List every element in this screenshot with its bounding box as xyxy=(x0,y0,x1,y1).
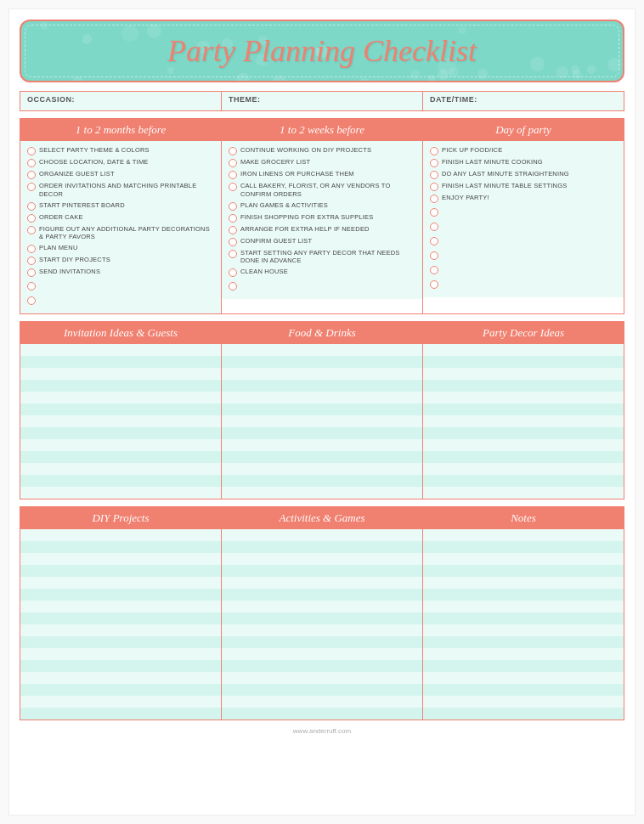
stripe-row xyxy=(20,612,221,624)
check-circle[interactable] xyxy=(27,226,36,234)
stripe-row xyxy=(20,601,221,612)
check-circle[interactable] xyxy=(229,268,237,277)
check-circle-empty[interactable] xyxy=(430,237,438,246)
stripe-row xyxy=(423,463,624,475)
check-text: PLAN GAMES & ACTIVITIES xyxy=(240,201,328,210)
check-item: FINISH LAST MINUTE COOKING xyxy=(430,158,617,167)
section-box: Invitation Ideas & Guests xyxy=(20,322,222,499)
stripe-row xyxy=(222,404,422,415)
check-circle[interactable] xyxy=(27,171,36,179)
check-circle[interactable] xyxy=(229,214,237,223)
header-banner: Party Planning Checklist xyxy=(20,20,624,82)
stripe-row xyxy=(222,463,422,475)
info-row: OCCASION: THEME: DATE/TIME: xyxy=(20,91,624,111)
check-item: FINISH LAST MINUTE TABLE SETTINGS xyxy=(430,182,617,191)
check-empty xyxy=(430,234,617,246)
section-header: Food & Drinks xyxy=(222,322,422,344)
check-circle-empty[interactable] xyxy=(229,282,237,291)
check-circle-empty[interactable] xyxy=(430,280,438,289)
section-body xyxy=(222,344,422,499)
check-text: CALL BAKERY, FLORIST, OR ANY VENDORS TO … xyxy=(240,182,415,199)
stripe-row xyxy=(20,404,221,415)
stripe-row xyxy=(423,529,624,541)
stripe-row xyxy=(423,660,624,672)
check-item: CLEAN HOUSE xyxy=(229,268,415,277)
check-circle[interactable] xyxy=(27,257,36,265)
stripe-row xyxy=(222,577,422,589)
stripe-row xyxy=(20,696,221,708)
check-item: MAKE GROCERY LIST xyxy=(229,158,415,167)
stripe-row xyxy=(423,439,624,451)
col-months: 1 to 2 months before SELECT PARTY THEME … xyxy=(20,119,222,313)
check-circle[interactable] xyxy=(229,238,237,246)
stripe-row xyxy=(20,463,221,475)
check-text: FINISH SHOPPING FOR EXTRA SUPPLIES xyxy=(240,213,373,222)
stripe-row xyxy=(423,672,624,684)
stripe-row xyxy=(222,708,422,720)
check-circle[interactable] xyxy=(27,202,36,211)
check-text: PLAN MENU xyxy=(39,244,78,252)
check-item: START PINTEREST BOARD xyxy=(27,201,214,211)
stripe-row xyxy=(20,427,221,439)
datetime-cell: DATE/TIME: xyxy=(422,91,624,111)
stripe-row xyxy=(20,439,221,451)
check-circle[interactable] xyxy=(430,183,438,191)
check-circle[interactable] xyxy=(229,226,237,234)
check-empty xyxy=(229,279,415,291)
stripe-row xyxy=(423,415,624,427)
check-circle[interactable] xyxy=(229,202,237,211)
check-circle[interactable] xyxy=(229,183,237,191)
check-circle[interactable] xyxy=(27,159,36,167)
check-item: FINISH SHOPPING FOR EXTRA SUPPLIES xyxy=(229,213,415,223)
stripe-row xyxy=(222,439,422,451)
check-circle[interactable] xyxy=(27,147,36,155)
stripe-row xyxy=(20,451,221,463)
check-item: PLAN GAMES & ACTIVITIES xyxy=(229,201,415,211)
stripe-row xyxy=(20,356,221,368)
check-circle-empty[interactable] xyxy=(27,282,36,291)
section-body xyxy=(222,529,422,720)
check-circle[interactable] xyxy=(229,250,237,258)
col-dayof: Day of party PICK UP FOOD/ICEFINISH LAST… xyxy=(423,119,624,313)
check-circle[interactable] xyxy=(430,195,438,203)
check-circle-empty[interactable] xyxy=(430,208,438,217)
stripe-row xyxy=(423,636,624,648)
check-text: CONFIRM GUEST LIST xyxy=(240,237,312,246)
col-dayof-header: Day of party xyxy=(423,119,624,141)
check-empty xyxy=(430,278,617,290)
sections-row-diy: DIY ProjectsActivities & GamesNotes xyxy=(20,506,624,720)
check-text: ORDER INVITATIONS AND MATCHING PRINTABLE… xyxy=(39,182,214,199)
check-circle[interactable] xyxy=(229,147,237,155)
check-circle[interactable] xyxy=(27,183,36,191)
stripe-row xyxy=(20,475,221,487)
check-circle[interactable] xyxy=(229,171,237,179)
check-circle[interactable] xyxy=(27,268,36,277)
stripe-row xyxy=(20,368,221,380)
stripe-row xyxy=(222,601,422,612)
check-text: FIGURE OUT ANY ADDITIONAL PARTY DECORATI… xyxy=(39,225,214,242)
stripe-row xyxy=(423,475,624,487)
check-circle-empty[interactable] xyxy=(430,251,438,260)
section-header: Activities & Games xyxy=(222,507,422,529)
check-circle[interactable] xyxy=(430,147,438,155)
check-circle[interactable] xyxy=(229,159,237,167)
check-circle-empty[interactable] xyxy=(430,223,438,231)
stripe-row xyxy=(423,553,624,565)
stripe-row xyxy=(423,612,624,624)
section-header: Invitation Ideas & Guests xyxy=(20,322,221,344)
check-empty xyxy=(430,249,617,261)
check-circle[interactable] xyxy=(430,171,438,179)
check-circle[interactable] xyxy=(430,159,438,167)
stripe-row xyxy=(222,589,422,601)
check-item: ORGANIZE GUEST LIST xyxy=(27,170,214,179)
check-circle[interactable] xyxy=(27,245,36,253)
check-circle-empty[interactable] xyxy=(27,296,36,305)
stripe-row xyxy=(222,696,422,708)
check-circle[interactable] xyxy=(27,214,36,223)
check-text: ARRANGE FOR EXTRA HELP IF NEEDED xyxy=(240,225,370,234)
stripe-row xyxy=(222,415,422,427)
check-circle-empty[interactable] xyxy=(430,266,438,274)
col-weeks-body: CONTINUE WORKING ON DIY PROJECTSMAKE GRO… xyxy=(222,141,422,299)
check-text: SEND INVITATIONS xyxy=(39,268,100,276)
stripe-row xyxy=(222,624,422,636)
